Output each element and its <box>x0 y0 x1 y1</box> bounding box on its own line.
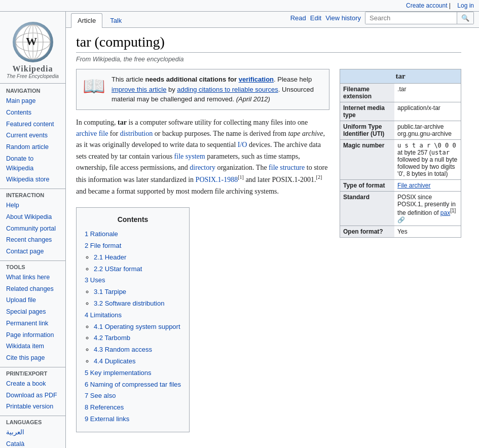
sidebar-divider-3 <box>0 367 65 367</box>
infobox-title: tar <box>340 69 461 83</box>
notice-text: This article needs additional citations … <box>112 74 323 104</box>
wikipedia-logo: W <box>13 22 53 62</box>
toc-sub-3: 3.1 Tarpipe 3.2 Software distribution <box>85 287 181 309</box>
sidebar-item-cite[interactable]: Cite this page <box>4 352 61 364</box>
infobox-value-media: application/x-tar <box>394 102 461 121</box>
notice-box: 📖 This article needs additional citation… <box>76 69 329 110</box>
toc-link-2[interactable]: 2 File format <box>85 242 121 249</box>
toc-item-4-2: 4.2 Tarbomb <box>94 333 181 344</box>
sidebar-item-about[interactable]: About Wikipedia <box>4 211 61 223</box>
infobox-row-uti: Uniform Type Identifier (UTI) public.tar… <box>340 121 461 140</box>
search-input[interactable] <box>365 12 457 24</box>
toc-link-2-1[interactable]: 2.1 Header <box>94 253 126 261</box>
infobox-row-open: Open format? Yes <box>340 226 461 238</box>
tab-article[interactable]: Article <box>71 13 102 28</box>
toc-link-4-3[interactable]: 4.3 Random access <box>94 346 152 353</box>
toc-link-5[interactable]: 5 Key implementations <box>85 369 152 377</box>
toc-item-6: 6 Naming of compressed tar files <box>85 380 181 390</box>
sidebar-item-wikidata[interactable]: Wikidata item <box>4 341 61 352</box>
toc-list: 1 Rationale 2 File format 2.1 Header 2.2… <box>85 229 181 425</box>
sidebar-item-upload[interactable]: Upload file <box>4 294 61 306</box>
sidebar-item-create-book[interactable]: Create a book <box>4 378 61 390</box>
sidebar-item-contents[interactable]: Contents <box>4 107 61 119</box>
sidebar-item-store[interactable]: Wikipedia store <box>4 174 61 185</box>
sidebar-item-special[interactable]: Special pages <box>4 306 61 318</box>
toc-link-4-1[interactable]: 4.1 Operating system support <box>94 323 180 330</box>
nav-section-title: Navigation <box>4 88 61 94</box>
tools-section-title: Tools <box>4 264 61 270</box>
sidebar-divider-4 <box>0 416 65 416</box>
toc-link-3[interactable]: 3 Uses <box>85 276 105 284</box>
toc-item-2-1: 2.1 Header <box>94 252 181 263</box>
notice-link-improve[interactable]: improve this article <box>112 86 166 93</box>
print-section: Print/export Create a book Download as P… <box>0 370 65 413</box>
infobox-label-media: Internet media type <box>340 102 394 121</box>
toc-link-9[interactable]: 9 External links <box>85 415 129 423</box>
main-wrapper: Article Talk Read Edit View history 🔍 ta… <box>66 12 479 448</box>
link-distribution[interactable]: distribution <box>120 130 153 137</box>
sidebar-item-pageinfo[interactable]: Page information <box>4 329 61 341</box>
log-in-link[interactable]: Log in <box>457 2 474 9</box>
toc-link-3-1[interactable]: 3.1 Tarpipe <box>94 288 126 295</box>
link-io[interactable]: I/O <box>238 141 247 148</box>
page-title: tar (computing) <box>76 34 461 53</box>
top-bar: Create account | Log in <box>0 0 479 12</box>
notice-date: (April 2012) <box>236 95 270 103</box>
toc-link-1[interactable]: 1 Rationale <box>85 230 118 238</box>
infobox-link-archiver[interactable]: File archiver <box>397 182 430 189</box>
sidebar-item-community[interactable]: Community portal <box>4 223 61 235</box>
sidebar-item-whatlinks[interactable]: What links here <box>4 272 61 283</box>
sidebar-item-download-pdf[interactable]: Download as PDF <box>4 390 61 401</box>
sidebar-item-donate[interactable]: Donate to Wikipedia <box>4 153 61 174</box>
toc-link-7[interactable]: 7 See also <box>85 392 116 399</box>
infobox-link-pax[interactable]: pax <box>440 209 450 216</box>
svg-text:W: W <box>26 35 37 48</box>
tab-edit[interactable]: Edit <box>310 14 321 22</box>
toc-link-3-2[interactable]: 3.2 Software distribution <box>94 300 164 307</box>
logo-title: Wikipedia <box>3 64 63 73</box>
tab-talk[interactable]: Talk <box>103 13 128 27</box>
sidebar-item-contact[interactable]: Contact page <box>4 246 61 257</box>
link-posix[interactable]: POSIX.1-1988 <box>196 176 238 183</box>
toc-link-8[interactable]: 8 References <box>85 403 124 411</box>
notice-link-citations[interactable]: adding citations to reliable sources <box>177 86 278 93</box>
notice-icon: 📖 <box>83 76 105 97</box>
toc-title: Contents <box>85 214 181 225</box>
toc-sub-4: 4.1 Operating system support 4.2 Tarbomb… <box>85 322 181 367</box>
sidebar-item-recent[interactable]: Recent changes <box>4 234 61 246</box>
toc-link-6[interactable]: 6 Naming of compressed tar files <box>85 381 181 388</box>
infobox-row-type: Type of format File archiver <box>340 180 461 192</box>
toc-link-2-2[interactable]: 2.2 UStar format <box>94 265 142 273</box>
toc-link-4-4[interactable]: 4.4 Duplicates <box>94 357 135 365</box>
link-directory[interactable]: directory <box>190 164 215 171</box>
sidebar-item-printable[interactable]: Printable version <box>4 401 61 413</box>
toc-item-8: 8 References <box>85 402 181 413</box>
tab-view-history[interactable]: View history <box>325 14 361 22</box>
article-subtitle: From Wikipedia, the free encyclopedia <box>76 56 461 63</box>
tab-read[interactable]: Read <box>290 14 306 22</box>
sidebar-item-permalink[interactable]: Permanent link <box>4 318 61 329</box>
sidebar-lang-catala[interactable]: Català <box>4 438 61 448</box>
sidebar-item-random[interactable]: Random article <box>4 141 61 153</box>
sidebar-lang-arabic[interactable]: العربية <box>4 427 61 438</box>
notice-link-verification[interactable]: verification <box>239 76 274 83</box>
sidebar-item-related[interactable]: Related changes <box>4 283 61 295</box>
link-filesystem[interactable]: file system <box>174 153 205 160</box>
infobox-value-open: Yes <box>394 226 461 238</box>
infobox-label-type: Type of format <box>340 180 394 192</box>
create-account-link[interactable]: Create account <box>406 2 447 9</box>
toc-item-4: 4 Limitations 4.1 Operating system suppo… <box>85 310 181 367</box>
link-file-structure[interactable]: file structure <box>269 164 305 171</box>
logo-subtitle: The Free Encyclopedia <box>3 73 63 79</box>
sidebar-item-main-page[interactable]: Main page <box>4 95 61 107</box>
search-button[interactable]: 🔍 <box>457 12 473 24</box>
link-archive-file[interactable]: archive file <box>76 130 108 137</box>
sidebar-item-current-events[interactable]: Current events <box>4 130 61 141</box>
toc-link-4-2[interactable]: 4.2 Tarbomb <box>94 334 130 342</box>
sidebar-item-featured[interactable]: Featured content <box>4 119 61 130</box>
sidebar-item-help[interactable]: Help <box>4 200 61 211</box>
toc-link-4[interactable]: 4 Limitations <box>85 311 122 319</box>
languages-section-title: Languages <box>4 419 61 425</box>
toc-item-4-4: 4.4 Duplicates <box>94 356 181 367</box>
infobox-value-magic: u s t a r \0 0 0 at byte 257 (ustar foll… <box>394 140 461 180</box>
